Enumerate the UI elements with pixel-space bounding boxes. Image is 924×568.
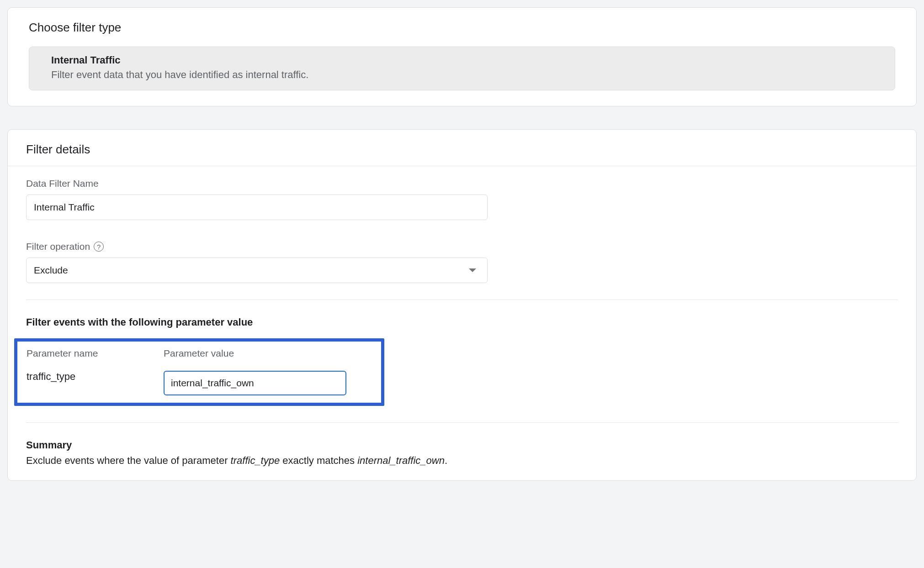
chevron-down-icon — [469, 268, 476, 272]
parameter-value-label: Parameter value — [164, 348, 372, 359]
parameter-name-label: Parameter name — [27, 348, 136, 359]
filter-type-option-desc: Filter event data that you have identifi… — [51, 69, 873, 81]
filter-operation-label-text: Filter operation — [26, 241, 90, 252]
data-filter-name-input[interactable] — [26, 195, 488, 220]
filter-operation-label: Filter operation ? — [26, 241, 898, 252]
filter-type-option-title: Internal Traffic — [51, 54, 873, 66]
summary-text: Exclude events where the value of parame… — [26, 455, 898, 467]
parameter-value-input[interactable] — [164, 371, 346, 395]
filter-type-option-internal-traffic[interactable]: Internal Traffic Filter event data that … — [29, 47, 895, 90]
help-icon[interactable]: ? — [94, 242, 104, 252]
filter-details-title: Filter details — [26, 142, 898, 157]
filter-details-card: Filter details Data Filter Name Filter o… — [7, 129, 917, 481]
summary-param-value: internal_traffic_own — [357, 455, 445, 466]
data-filter-name-label: Data Filter Name — [26, 178, 898, 189]
summary-title: Summary — [26, 439, 898, 451]
filter-operation-select[interactable]: Exclude — [26, 258, 488, 283]
summary-mid: exactly matches — [280, 455, 357, 466]
choose-filter-type-title: Choose filter type — [29, 21, 895, 35]
filter-operation-value: Exclude — [34, 265, 68, 276]
parameter-highlight-box: Parameter name traffic_type Parameter va… — [14, 338, 384, 406]
summary-prefix: Exclude events where the value of parame… — [26, 455, 231, 466]
divider — [26, 300, 898, 300]
divider — [26, 422, 898, 423]
summary-suffix: . — [445, 455, 447, 466]
choose-filter-type-card: Choose filter type Internal Traffic Filt… — [7, 7, 917, 106]
parameter-name-value: traffic_type — [27, 371, 136, 383]
summary-param-name: traffic_type — [231, 455, 280, 466]
param-section-title: Filter events with the following paramet… — [26, 316, 898, 328]
